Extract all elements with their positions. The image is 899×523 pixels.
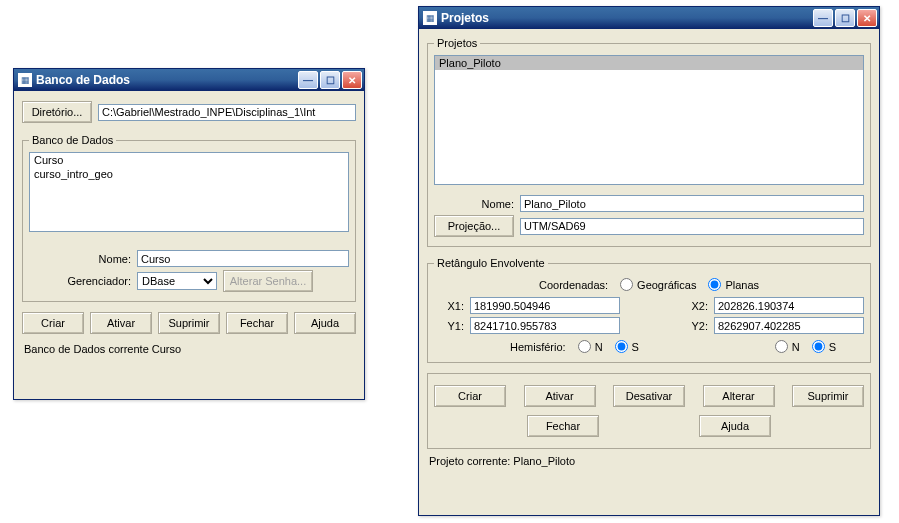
- list-item[interactable]: Curso: [30, 153, 348, 167]
- hem2-n-radio[interactable]: N: [769, 340, 800, 353]
- proj-fechar-button[interactable]: Fechar: [527, 415, 599, 437]
- fechar-button[interactable]: Fechar: [226, 312, 288, 334]
- minimize-button[interactable]: —: [298, 71, 318, 89]
- maximize-button[interactable]: ☐: [835, 9, 855, 27]
- diretorio-field[interactable]: [98, 104, 356, 121]
- proj-button-panel: Criar Ativar Desativar Alterar Suprimir …: [427, 373, 871, 449]
- diretorio-button[interactable]: Diretório...: [22, 101, 92, 123]
- db-status: Banco de Dados corrente Curso: [22, 341, 356, 355]
- hem1-n-radio[interactable]: N: [572, 340, 603, 353]
- y1-label: Y1:: [434, 320, 464, 332]
- y1-field[interactable]: [470, 317, 620, 334]
- proj-criar-button[interactable]: Criar: [434, 385, 506, 407]
- list-item[interactable]: curso_intro_geo: [30, 167, 348, 181]
- proj-group: Projetos Plano_Piloto Nome: Projeção...: [427, 37, 871, 247]
- maximize-button[interactable]: ☐: [320, 71, 340, 89]
- proj-titlebar: ▦ Projetos — ☐ ✕: [419, 7, 879, 29]
- nome-field[interactable]: [137, 250, 349, 267]
- db-titlebar: ▦ Banco de Dados — ☐ ✕: [14, 69, 364, 91]
- coord-geograficas-radio[interactable]: Geográficas: [614, 278, 696, 291]
- hem2-s-radio[interactable]: S: [806, 340, 836, 353]
- app-icon: ▦: [423, 11, 437, 25]
- close-button[interactable]: ✕: [342, 71, 362, 89]
- alterar-senha-button[interactable]: Alterar Senha...: [223, 270, 313, 292]
- proj-ativar-button[interactable]: Ativar: [524, 385, 596, 407]
- projetos-window: ▦ Projetos — ☐ ✕ Projetos Plano_Piloto N…: [418, 6, 880, 516]
- minimize-button[interactable]: —: [813, 9, 833, 27]
- app-icon: ▦: [18, 73, 32, 87]
- y2-label: Y2:: [678, 320, 708, 332]
- db-title: Banco de Dados: [36, 73, 296, 87]
- projecao-button[interactable]: Projeção...: [434, 215, 514, 237]
- proj-alterar-button[interactable]: Alterar: [703, 385, 775, 407]
- gerenciador-label: Gerenciador:: [29, 275, 131, 287]
- banco-de-dados-window: ▦ Banco de Dados — ☐ ✕ Diretório... Banc…: [13, 68, 365, 400]
- close-button[interactable]: ✕: [857, 9, 877, 27]
- retangulo-label: Retângulo Envolvente: [434, 257, 548, 269]
- proj-listbox[interactable]: Plano_Piloto: [434, 55, 864, 185]
- suprimir-button[interactable]: Suprimir: [158, 312, 220, 334]
- proj-title: Projetos: [441, 11, 811, 25]
- proj-ajuda-button[interactable]: Ajuda: [699, 415, 771, 437]
- x2-field[interactable]: [714, 297, 864, 314]
- x2-label: X2:: [678, 300, 708, 312]
- ativar-button[interactable]: Ativar: [90, 312, 152, 334]
- proj-desativar-button[interactable]: Desativar: [613, 385, 685, 407]
- x1-field[interactable]: [470, 297, 620, 314]
- gerenciador-select[interactable]: DBase: [137, 272, 217, 290]
- nome-label: Nome:: [29, 253, 131, 265]
- criar-button[interactable]: Criar: [22, 312, 84, 334]
- hem1-s-radio[interactable]: S: [609, 340, 639, 353]
- list-item[interactable]: Plano_Piloto: [435, 56, 863, 70]
- ajuda-button[interactable]: Ajuda: [294, 312, 356, 334]
- coord-planas-radio[interactable]: Planas: [702, 278, 759, 291]
- proj-suprimir-button[interactable]: Suprimir: [792, 385, 864, 407]
- proj-nome-field[interactable]: [520, 195, 864, 212]
- db-group-label: Banco de Dados: [29, 134, 116, 146]
- proj-status: Projeto corrente: Plano_Piloto: [427, 453, 871, 467]
- proj-group-label: Projetos: [434, 37, 480, 49]
- hemisferio-label: Hemisfério:: [510, 341, 566, 353]
- retangulo-group: Retângulo Envolvente Coordenadas: Geográ…: [427, 257, 871, 363]
- db-group: Banco de Dados Curso curso_intro_geo Nom…: [22, 134, 356, 302]
- proj-nome-label: Nome:: [434, 198, 514, 210]
- y2-field[interactable]: [714, 317, 864, 334]
- db-listbox[interactable]: Curso curso_intro_geo: [29, 152, 349, 232]
- x1-label: X1:: [434, 300, 464, 312]
- projecao-field[interactable]: [520, 218, 864, 235]
- coordenadas-label: Coordenadas:: [539, 279, 608, 291]
